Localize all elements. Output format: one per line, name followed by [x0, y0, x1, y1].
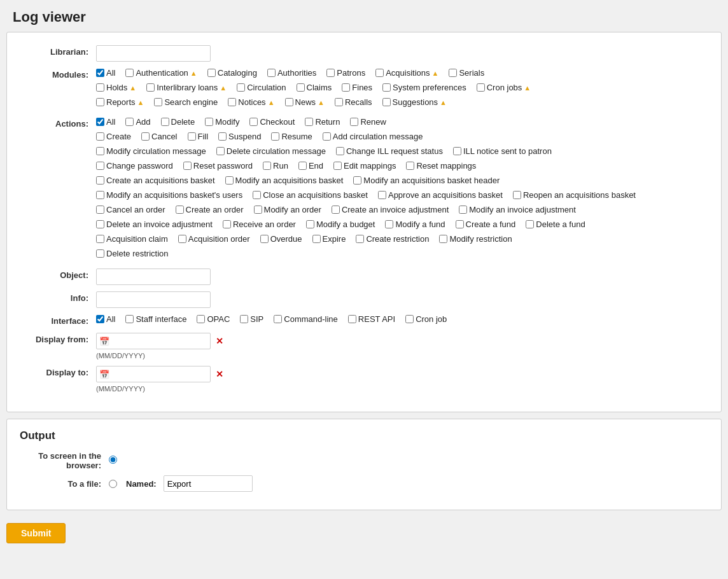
action-checkbox-act_creacqbsk[interactable]	[96, 176, 104, 185]
action-checkbox-act_delres[interactable]	[96, 249, 104, 258]
interface-checkbox-iface_rest[interactable]	[348, 315, 356, 323]
librarian-input[interactable]	[96, 45, 211, 62]
interface-checkbox-iface_opac[interactable]	[197, 315, 205, 323]
module-checkbox-mod_cron[interactable]	[477, 83, 485, 92]
action-checkbox-act_illnotice[interactable]	[453, 147, 461, 155]
action-checkbox-act_del[interactable]	[161, 118, 169, 126]
action-checkbox-act_creinvadj[interactable]	[332, 206, 340, 214]
interface-checkbox-iface_sip[interactable]	[240, 315, 248, 323]
submit-button[interactable]: Submit	[6, 523, 66, 543]
action-checkbox-act_delcircmsg[interactable]	[216, 147, 225, 155]
interface-checkbox-iface_cron[interactable]	[405, 315, 414, 323]
action-checkbox-act_ret[interactable]	[305, 118, 313, 126]
action-checkbox-act_end[interactable]	[298, 162, 307, 170]
module-checkbox-mod_cat[interactable]	[207, 69, 216, 77]
module-checkbox-mod_ill[interactable]	[146, 83, 155, 92]
action-label-act_modinvadj: Modify an invoice adjustment	[469, 205, 576, 214]
action-checkbox-act_mod[interactable]	[205, 118, 213, 126]
module-checkbox-mod_syspref[interactable]	[382, 83, 391, 92]
clear-from-button[interactable]: ✕	[216, 336, 223, 346]
action-checkbox-act_reopacqbsk[interactable]	[513, 191, 521, 199]
display-to-input[interactable]	[96, 366, 211, 382]
action-checkbox-act_sus[interactable]	[218, 132, 227, 141]
action-checkbox-act_chgill[interactable]	[336, 147, 344, 155]
action-checkbox-act_modres[interactable]	[439, 235, 447, 243]
clear-to-button[interactable]: ✕	[216, 369, 223, 379]
module-label-mod_syspref: System preferences	[393, 83, 466, 92]
action-label-act_appacqbsk: Approve an acquisitions basket	[388, 190, 503, 200]
module-checkbox-mod_holds[interactable]	[96, 83, 104, 92]
action-checkbox-act_creorder[interactable]	[176, 206, 184, 214]
action-label-act_add: Add	[136, 117, 150, 127]
action-label-act_rstpwd: Reset password	[193, 161, 253, 171]
action-checkbox-act_add[interactable]	[125, 118, 134, 126]
action-checkbox-act_modcircmsg[interactable]	[96, 147, 104, 155]
action-checkbox-act_acqclaim[interactable]	[96, 235, 104, 243]
module-checkbox-mod_all[interactable]	[96, 69, 104, 77]
action-label-act_delres: Delete restriction	[106, 249, 169, 258]
action-checkbox-act_modorder[interactable]	[254, 206, 262, 214]
module-checkbox-mod_ser[interactable]	[449, 69, 457, 77]
module-checkbox-mod_auth2[interactable]	[267, 69, 276, 77]
action-checkbox-act_rstmap[interactable]	[406, 162, 414, 170]
action-checkbox-act_cre[interactable]	[96, 132, 104, 141]
action-checkbox-act_all[interactable]	[96, 118, 104, 126]
module-checkbox-mod_circ[interactable]	[237, 83, 245, 92]
module-checkbox-mod_notices[interactable]	[228, 98, 236, 106]
action-checkbox-act_rstpwd[interactable]	[183, 162, 192, 170]
module-checkbox-mod_rep[interactable]	[96, 98, 104, 106]
action-label-act_creinvadj: Create an invoice adjustment	[342, 205, 449, 214]
action-checkbox-act_modbud[interactable]	[306, 220, 314, 228]
object-input[interactable]	[96, 269, 211, 285]
action-checkbox-act_delfund[interactable]	[526, 220, 534, 228]
action-label-act_recorder: Receive an order	[233, 220, 296, 229]
action-checkbox-act_edmap[interactable]	[333, 162, 342, 170]
action-label-act_modres: Modify restriction	[449, 234, 512, 244]
file-radio[interactable]	[109, 480, 117, 488]
list-item: OPAC	[197, 314, 230, 324]
module-checkbox-mod_acq[interactable]	[375, 69, 384, 77]
action-checkbox-act_chgpwd[interactable]	[96, 162, 104, 170]
action-checkbox-act_crefund[interactable]	[456, 220, 464, 228]
interface-checkbox-iface_all[interactable]	[96, 315, 104, 323]
module-checkbox-mod_claims[interactable]	[297, 83, 305, 92]
module-label-mod_ill: Interlibrary loans	[157, 83, 218, 92]
action-checkbox-act_modacqbsk[interactable]	[225, 176, 234, 185]
action-checkbox-act_overdue[interactable]	[260, 235, 269, 243]
action-checkbox-act_modfund[interactable]	[385, 220, 393, 228]
action-checkbox-act_can[interactable]	[141, 132, 150, 141]
action-checkbox-act_fill[interactable]	[188, 132, 196, 141]
action-checkbox-act_expire[interactable]	[312, 235, 321, 243]
info-input[interactable]	[96, 291, 211, 308]
module-checkbox-mod_news[interactable]	[285, 98, 293, 106]
action-checkbox-act_chk[interactable]	[249, 118, 258, 126]
interface-group: AllStaff interfaceOPACSIPCommand-lineRES…	[96, 314, 708, 326]
action-checkbox-act_modacqbskhdr[interactable]	[353, 176, 361, 185]
action-checkbox-act_modinvadj[interactable]	[459, 206, 467, 214]
action-checkbox-act_addcircmsg[interactable]	[323, 132, 331, 141]
interface-checkbox-iface_staff[interactable]	[125, 315, 134, 323]
action-checkbox-act_modacqbskusr[interactable]	[96, 191, 104, 199]
export-input[interactable]	[164, 475, 253, 492]
display-from-input[interactable]	[96, 333, 211, 349]
action-checkbox-act_delinvadj[interactable]	[96, 220, 104, 228]
module-checkbox-mod_pat[interactable]	[326, 69, 335, 77]
actions-label: Actions:	[20, 117, 96, 129]
action-checkbox-act_appacqbsk[interactable]	[378, 191, 386, 199]
interface-checkbox-iface_cmd[interactable]	[274, 315, 282, 323]
screen-radio[interactable]	[109, 456, 117, 464]
module-checkbox-mod_fines[interactable]	[342, 83, 350, 92]
action-checkbox-act_closeacqbsk[interactable]	[253, 191, 261, 199]
module-checkbox-mod_recalls[interactable]	[335, 98, 343, 106]
action-checkbox-act_ren[interactable]	[350, 118, 358, 126]
module-checkbox-mod_auth[interactable]	[125, 69, 134, 77]
module-checkbox-mod_search[interactable]	[154, 98, 162, 106]
action-checkbox-act_run[interactable]	[263, 162, 271, 170]
action-checkbox-act_res[interactable]	[271, 132, 279, 141]
action-checkbox-act_canorder[interactable]	[96, 206, 104, 214]
action-checkbox-act_acqorder[interactable]	[178, 235, 186, 243]
action-checkbox-act_recorder[interactable]	[223, 220, 231, 228]
list-item: Modify an invoice adjustment	[459, 205, 576, 214]
action-checkbox-act_creres[interactable]	[356, 235, 364, 243]
module-checkbox-mod_suggest[interactable]	[382, 98, 391, 106]
